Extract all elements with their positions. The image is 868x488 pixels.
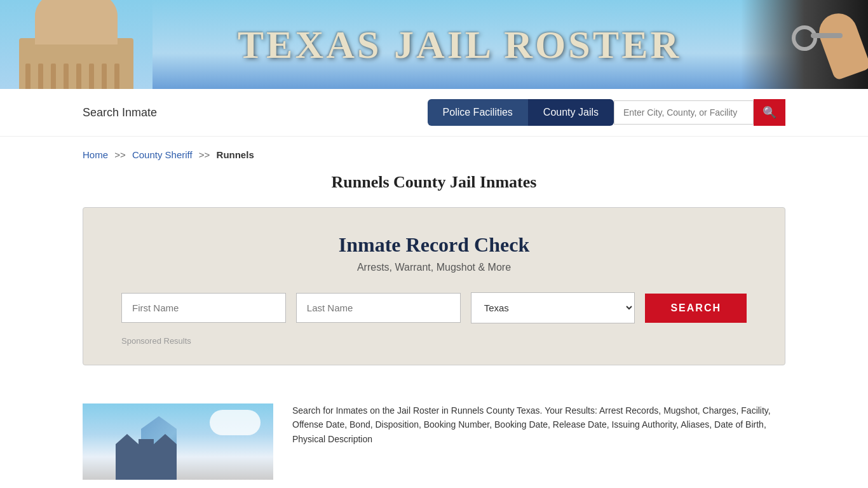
hand-shape [814,8,868,81]
state-select[interactable]: AlabamaAlaskaArizonaArkansasCaliforniaCo… [471,292,635,323]
column [51,64,56,89]
police-facilities-button[interactable]: Police Facilities [428,99,528,126]
column [64,64,69,89]
record-check-title: Inmate Record Check [121,233,747,257]
breadcrumb-sep1: >> [114,149,126,160]
keys-graphic [785,6,862,83]
column [114,64,119,89]
column [76,64,81,89]
inmate-search-button[interactable]: SEARCH [645,294,747,323]
sponsored-results-label: Sponsored Results [121,336,747,346]
record-check-subtitle: Arrests, Warrant, Mugshot & More [121,262,747,273]
bottom-image [83,403,273,480]
column [89,64,94,89]
column [25,64,31,89]
banner-right-image [741,0,868,89]
breadcrumb: Home >> County Sheriff >> Runnels [0,137,868,166]
facility-search-input[interactable] [614,100,754,125]
search-fields: AlabamaAlaskaArizonaArkansasCaliforniaCo… [121,292,747,323]
dome-columns [25,64,127,89]
capitol-dome [13,6,140,89]
breadcrumb-county-sheriff[interactable]: County Sheriff [132,149,193,160]
breadcrumb-sep2: >> [199,149,210,160]
search-inmate-label: Search Inmate [83,106,157,119]
facility-search-button[interactable]: 🔍 [754,99,785,126]
breadcrumb-current: Runnels [217,149,254,160]
search-icon: 🔍 [763,106,776,119]
site-title: Texas Jail Roster [238,22,682,67]
bottom-description: Search for Inmates on the Jail Roster in… [292,403,785,480]
inmate-record-check-box: Inmate Record Check Arrests, Warrant, Mu… [83,207,785,365]
county-jails-button[interactable]: County Jails [528,99,614,126]
column [38,64,43,89]
dome-top [35,0,118,44]
banner-left-image [0,0,153,89]
key-bar [811,33,843,38]
clouds [210,410,261,435]
breadcrumb-home[interactable]: Home [83,149,108,160]
main-content: Runnels County Jail Inmates Inmate Recor… [0,166,868,403]
key-ring [792,25,817,51]
last-name-input[interactable] [296,293,461,323]
column [102,64,107,89]
header-banner: Texas Jail Roster [0,0,868,89]
nav-bar: Search Inmate Police Facilities County J… [0,89,868,137]
nav-right: Police Facilities County Jails 🔍 [428,99,785,126]
bottom-section: Search for Inmates on the Jail Roster in… [0,403,868,480]
page-title: Runnels County Jail Inmates [83,173,785,192]
first-name-input[interactable] [121,293,286,323]
